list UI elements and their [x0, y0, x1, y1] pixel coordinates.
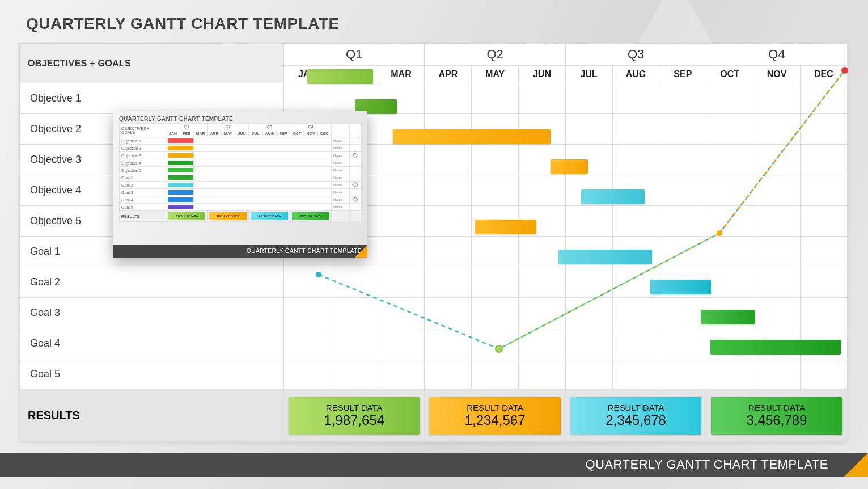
- result-title: RESULT DATA: [326, 403, 383, 412]
- page-footer: QUARTERLY GANTT CHART TEMPLATE: [0, 453, 868, 477]
- thumbnail-preview: QUARTERLY GANTT CHART TEMPLATE OBJECTIVE…: [113, 111, 367, 258]
- month-header: FEB: [331, 66, 378, 83]
- thumb-objectives-header: OBJECTIVES + GOALS: [120, 124, 166, 137]
- thumb-footer: QUARTERLY GANTT CHART TEMPLATE: [113, 245, 367, 258]
- month-header: MAR: [378, 66, 425, 83]
- result-value: 1,987,654: [324, 412, 384, 428]
- row-label: Goal 5: [20, 359, 284, 390]
- quarter-header: Q4: [706, 44, 847, 66]
- month-header: AUG: [612, 66, 659, 83]
- month-header: JUL: [565, 66, 612, 83]
- objectives-header: OBJECTIVES + GOALS: [20, 44, 284, 83]
- results-row: RESULTS RESULT DATA1,987,654 RESULT DATA…: [20, 390, 848, 442]
- result-title: RESULT DATA: [467, 403, 523, 412]
- row-label: Goal 4: [20, 328, 284, 359]
- month-header: JAN: [284, 66, 331, 83]
- row-label: Goal 2: [20, 267, 284, 298]
- row-label: Objective 1: [20, 83, 284, 114]
- month-header: MAY: [472, 66, 519, 83]
- quarter-header: Q2: [425, 44, 565, 66]
- month-header: SEP: [659, 66, 706, 83]
- results-label: RESULTS: [20, 390, 284, 442]
- result-title: RESULT DATA: [608, 403, 664, 412]
- result-title: RESULT DATA: [748, 403, 805, 412]
- quarter-header: Q3: [565, 44, 706, 66]
- month-header: NOV: [753, 66, 801, 83]
- row-label: Goal 3: [20, 298, 284, 328]
- month-header: OCT: [706, 66, 753, 83]
- month-header: JUN: [519, 66, 566, 83]
- thumb-title: QUARTERLY GANTT CHART TEMPLATE: [113, 111, 367, 123]
- result-box-q3: RESULT DATA2,345,678: [570, 397, 701, 435]
- quarter-header: Q1: [284, 44, 425, 66]
- result-box-q4: RESULT DATA3,456,789: [711, 397, 842, 435]
- quarter-header-row: OBJECTIVES + GOALS Q1 Q2 Q3 Q4: [20, 44, 848, 66]
- result-value: 3,456,789: [747, 412, 807, 428]
- result-box-q2: RESULT DATA1,234,567: [429, 397, 560, 435]
- result-value: 2,345,678: [606, 412, 666, 428]
- month-header: APR: [425, 66, 472, 83]
- page-title: QUARTERLY GANTT CHART TEMPLATE: [19, 11, 847, 43]
- result-box-q1: RESULT DATA1,987,654: [289, 397, 420, 435]
- month-header: DEC: [800, 66, 847, 83]
- result-value: 1,234,567: [465, 412, 526, 428]
